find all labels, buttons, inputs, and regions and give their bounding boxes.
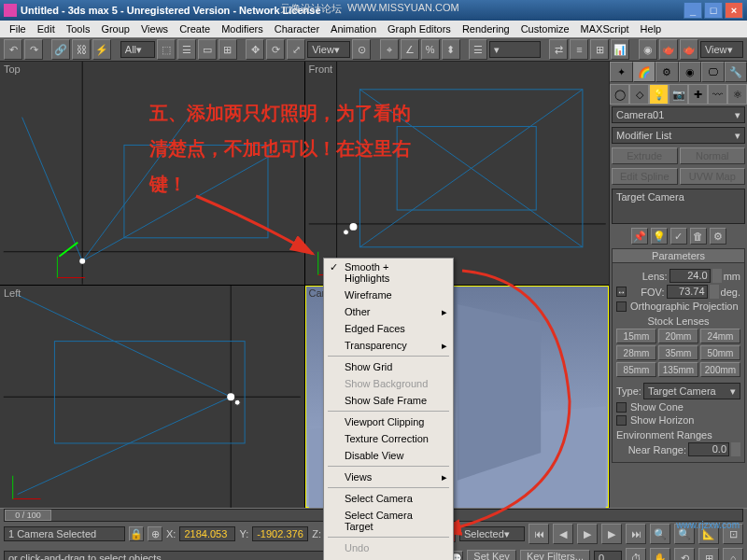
menu-group[interactable]: Group	[95, 23, 135, 35]
play-button[interactable]: ▶	[577, 524, 598, 544]
stack-remove-button[interactable]: 🗑	[690, 228, 707, 245]
ctx-show-grid[interactable]: Show Grid	[324, 358, 453, 375]
arc-rotate-button[interactable]: ⟲	[674, 548, 695, 560]
mirror-button[interactable]: ⇄	[549, 39, 568, 60]
maximize-button[interactable]: □	[704, 2, 723, 19]
abs-rel-button[interactable]: ⊕	[148, 526, 162, 541]
ctx-edged-faces[interactable]: Edged Faces	[324, 320, 453, 337]
menu-help[interactable]: Help	[635, 23, 668, 35]
menu-create[interactable]: Create	[174, 23, 216, 35]
stack-unique-button[interactable]: ✓	[670, 228, 687, 245]
goto-start-button[interactable]: ⏮	[529, 524, 549, 544]
menu-file[interactable]: File	[4, 23, 32, 35]
lens-35[interactable]: 35mm	[658, 345, 698, 360]
parameters-header[interactable]: Parameters	[613, 249, 744, 263]
viewport-left[interactable]: Left	[0, 286, 304, 509]
modifier-list[interactable]: Modifier List▾	[612, 127, 745, 144]
named-sel-combo[interactable]: ▾	[489, 41, 541, 58]
lens-spinner[interactable]: 24.0	[669, 269, 711, 283]
stack-config-button[interactable]: ⚙	[710, 228, 726, 245]
rotate-button[interactable]: ⟳	[266, 39, 285, 60]
show-cone-checkbox[interactable]	[616, 402, 627, 413]
object-name-field[interactable]: Camera01▾	[612, 106, 745, 123]
close-button[interactable]: ×	[725, 2, 743, 19]
near-range-spinner[interactable]: 0.0	[688, 442, 729, 456]
sub-geometry[interactable]: ◯	[610, 84, 629, 105]
pivot-button[interactable]: ⊙	[352, 39, 371, 60]
menu-tools[interactable]: Tools	[61, 23, 96, 35]
fov-direction-button[interactable]: ↔	[616, 287, 627, 297]
fov-arrows[interactable]	[710, 285, 719, 299]
viewport-front[interactable]: Front	[305, 62, 610, 285]
material-button[interactable]: ◉	[639, 39, 657, 60]
quick-render-button[interactable]: 🫖	[680, 39, 698, 60]
redo-button[interactable]: ↷	[24, 39, 43, 60]
ctx-texture-correction[interactable]: Texture Correction	[324, 430, 453, 447]
ctx-smooth-highlights[interactable]: Smooth + Highlights	[324, 259, 453, 287]
show-horizon-checkbox[interactable]	[616, 415, 627, 426]
select-name-button[interactable]: ☰	[177, 39, 196, 60]
menu-rendering[interactable]: Rendering	[457, 23, 515, 35]
trackview-button[interactable]: 📊	[611, 39, 629, 60]
tab-utilities[interactable]: 🔧	[725, 62, 748, 82]
stack-show-button[interactable]: 💡	[651, 228, 668, 245]
lens-20[interactable]: 20mm	[658, 329, 698, 343]
lens-50[interactable]: 50mm	[700, 345, 740, 360]
fov-spinner[interactable]: 73.74	[667, 285, 708, 299]
ctx-viewport-clipping[interactable]: Viewport Clipping	[324, 413, 453, 430]
camera-type-combo[interactable]: Target Camera▾	[643, 383, 740, 399]
sub-helpers[interactable]: ✚	[688, 84, 708, 105]
select-button[interactable]: ⬚	[157, 39, 176, 60]
lens-28[interactable]: 28mm	[616, 345, 656, 360]
uvwmap-button[interactable]: UVW Map	[680, 168, 746, 185]
sub-lights[interactable]: 💡	[649, 84, 669, 105]
next-frame-button[interactable]: ▶	[601, 524, 622, 544]
lock-selection-button[interactable]: 🔒	[129, 526, 144, 541]
named-sel-button[interactable]: ☰	[469, 39, 487, 60]
unlink-button[interactable]: ⛓	[72, 39, 91, 60]
ortho-checkbox[interactable]	[616, 301, 627, 312]
normal-button[interactable]: Normal	[680, 147, 746, 164]
editspline-button[interactable]: Edit Spline	[612, 168, 678, 185]
angle-snap-button[interactable]: ∠	[401, 39, 419, 60]
bind-button[interactable]: ⚡	[92, 39, 111, 60]
extrude-button[interactable]: Extrude	[612, 147, 678, 164]
zoom-all-button[interactable]: 🔍	[674, 524, 695, 544]
move-button[interactable]: ✥	[246, 39, 264, 60]
menu-modifiers[interactable]: Modifiers	[216, 23, 269, 35]
undo-button[interactable]: ↶	[4, 39, 22, 60]
lens-arrows[interactable]	[712, 269, 722, 283]
ctx-disable-view[interactable]: Disable View	[324, 447, 453, 464]
zoom-ext-button[interactable]: ⊡	[723, 524, 743, 544]
key-filters-button[interactable]: Key Filters...	[520, 550, 590, 560]
ctx-other[interactable]: Other	[324, 303, 453, 320]
select-rect-button[interactable]: ▭	[198, 39, 217, 60]
ctx-select-camera[interactable]: Select Camera	[324, 490, 453, 507]
tab-create[interactable]: ✦	[610, 62, 633, 82]
percent-snap-button[interactable]: %	[421, 39, 440, 60]
sub-spacewarps[interactable]: 〰	[708, 84, 727, 105]
near-range-arrows[interactable]	[731, 442, 740, 456]
schematic-button[interactable]: ⊞	[590, 39, 609, 60]
ctx-wireframe[interactable]: Wireframe	[324, 287, 453, 303]
time-config-button[interactable]: ⏱	[626, 548, 646, 560]
ctx-select-camera-target[interactable]: Select Camera Target	[324, 507, 453, 535]
sub-shapes[interactable]: ◇	[629, 84, 649, 105]
menu-grapheditors[interactable]: Graph Editors	[382, 23, 457, 35]
menu-views[interactable]: Views	[135, 23, 174, 35]
sub-systems[interactable]: ⚛	[727, 84, 747, 105]
snap-button[interactable]: ⌖	[380, 39, 399, 60]
lens-200[interactable]: 200mm	[700, 362, 740, 377]
zoom-button[interactable]: 🔍	[650, 524, 670, 544]
menu-animation[interactable]: Animation	[325, 23, 382, 35]
y-field[interactable]: -1902.376	[252, 526, 308, 541]
frame-field[interactable]: 0	[594, 551, 622, 560]
x-field[interactable]: 2184.053	[179, 526, 235, 541]
time-handle[interactable]: 0 / 100	[5, 510, 51, 521]
goto-end-button[interactable]: ⏭	[626, 524, 646, 544]
render-scene-button[interactable]: 🫖	[659, 39, 678, 60]
lens-85[interactable]: 85mm	[616, 362, 656, 377]
scale-button[interactable]: ⤢	[287, 39, 305, 60]
modifier-stack[interactable]: Target Camera	[612, 189, 745, 224]
prev-frame-button[interactable]: ◀	[553, 524, 573, 544]
